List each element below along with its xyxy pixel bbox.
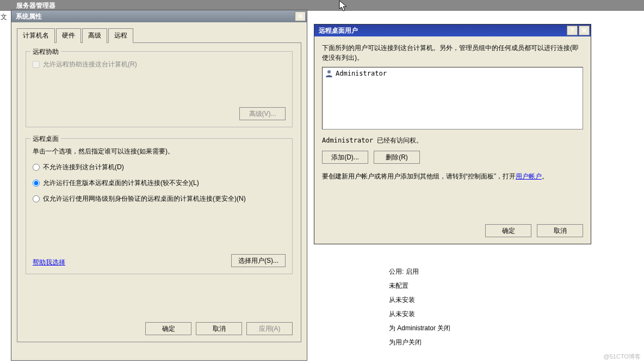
remote-desktop-group: 远程桌面 单击一个选项，然后指定谁可以连接(如果需要)。 不允许连接到这台计算机… xyxy=(26,138,293,274)
select-users-button[interactable]: 选择用户(S)... xyxy=(231,254,286,267)
sysprops-titlebar[interactable]: 系统属性 ✕ xyxy=(11,10,307,22)
remote-assist-legend: 远程协助 xyxy=(30,47,61,57)
rd-radio-nla-label: 仅允许运行使用网络级别身份验证的远程桌面的计算机连接(更安全)(N) xyxy=(43,194,246,203)
status-line: 为 Administrator 关闭 xyxy=(389,321,450,335)
rdusers-ok-row: 确定 取消 xyxy=(485,224,583,237)
user-icon xyxy=(325,69,333,78)
allow-remote-assist-checkbox: 允许远程协助连接这台计算机(R) xyxy=(33,60,286,69)
system-properties-window: 系统属性 ✕ 计算机名 硬件 高级 远程 远程协助 允许远程协助连接这台计算机(… xyxy=(11,10,307,361)
remote-assist-group: 远程协助 允许远程协助连接这台计算机(R) 高级(V)... xyxy=(26,51,293,127)
status-line: 公用: 启用 xyxy=(389,264,450,279)
rdusers-title: 远程桌面用户 xyxy=(319,26,567,35)
ok-button[interactable]: 确定 xyxy=(145,322,191,335)
rd-radio-deny[interactable] xyxy=(33,164,40,171)
background-status: 公用: 启用 未配置 从未安装 从未安装 为 Administrator 关闭 … xyxy=(389,264,450,349)
watermark: @51CTO博客 xyxy=(604,353,641,361)
rd-option-deny[interactable]: 不允许连接到这台计算机(D) xyxy=(33,163,286,172)
list-item[interactable]: Administrator xyxy=(324,69,581,78)
rdusers-titlebar[interactable]: 远程桌面用户 ? ✕ xyxy=(314,24,591,36)
status-line: 未配置 xyxy=(389,279,450,293)
tab-remote[interactable]: 远程 xyxy=(108,28,133,43)
rdusers-create-msg: 要创建新用户帐户或将用户添加到其他组，请转到“控制面板”，打开用户帐户。 xyxy=(322,171,583,181)
tab-advanced[interactable]: 高级 xyxy=(82,28,107,43)
remote-assist-check-label: 允许远程协助连接这台计算机(R) xyxy=(43,60,137,69)
left-char: 文 xyxy=(1,13,7,22)
remote-desktop-legend: 远程桌面 xyxy=(30,134,61,144)
sysprops-tabs: 计算机名 硬件 高级 远程 xyxy=(17,28,301,43)
status-line: 从未安装 xyxy=(389,307,450,321)
sysprops-title: 系统属性 xyxy=(16,12,295,21)
mouse-cursor-icon xyxy=(339,0,349,12)
status-line: 为用户关闭 xyxy=(389,335,450,349)
add-user-button[interactable]: 添加(D)... xyxy=(322,151,368,164)
svg-point-0 xyxy=(327,70,331,73)
rdusers-listbox[interactable]: Administrator xyxy=(322,67,583,129)
rd-radio-deny-label: 不允许连接到这台计算机(D) xyxy=(43,163,124,172)
rdusers-add-remove-row: 添加(D)... 删除(R) xyxy=(322,151,583,164)
help-me-choose-link[interactable]: 帮助我选择 xyxy=(33,258,65,266)
close-icon[interactable]: ✕ xyxy=(579,26,590,35)
list-item-label: Administrator xyxy=(336,70,387,77)
cancel-button[interactable]: 取消 xyxy=(537,224,583,237)
remote-assist-check-input xyxy=(33,61,40,68)
tab-remote-content: 远程协助 允许远程协助连接这台计算机(R) 高级(V)... 远程桌面 单击一个… xyxy=(17,43,301,342)
sysprops-button-row: 确定 取消 应用(A) xyxy=(145,322,293,335)
rd-radio-nla[interactable] xyxy=(33,195,40,202)
status-line: 从未安装 xyxy=(389,293,450,307)
rd-radio-any-label: 允许运行任意版本远程桌面的计算机连接(较不安全)(L) xyxy=(43,178,199,188)
rd-radio-any[interactable] xyxy=(33,180,40,187)
remote-desktop-users-window: 远程桌面用户 ? ✕ 下面所列的用户可以连接到这台计算机。另外，管理员组中的任何… xyxy=(314,24,591,244)
rdusers-body: 下面所列的用户可以连接到这台计算机。另外，管理员组中的任何成员都可以进行连接(即… xyxy=(314,36,591,188)
tab-hardware[interactable]: 硬件 xyxy=(56,28,81,43)
user-accounts-link[interactable]: 用户帐户 xyxy=(516,172,542,180)
apply-button: 应用(A) xyxy=(246,322,293,335)
create-msg-suffix: 。 xyxy=(542,172,548,180)
tab-computer-name[interactable]: 计算机名 xyxy=(17,28,55,43)
close-icon[interactable]: ✕ xyxy=(295,11,306,21)
background-window-title: 服务器管理器 xyxy=(0,0,644,11)
create-msg-prefix: 要创建新用户帐户或将用户添加到其他组，请转到“控制面板”，打开 xyxy=(322,172,516,180)
remove-user-button[interactable]: 删除(R) xyxy=(374,151,420,164)
rd-option-any[interactable]: 允许运行任意版本远程桌面的计算机连接(较不安全)(L) xyxy=(33,178,286,188)
cancel-button[interactable]: 取消 xyxy=(196,322,242,335)
remote-assist-advanced-button: 高级(V)... xyxy=(239,107,286,120)
rdusers-intro: 下面所列的用户可以连接到这台计算机。另外，管理员组中的任何成员都可以进行连接(即… xyxy=(322,43,583,63)
help-icon[interactable]: ? xyxy=(567,26,578,35)
rd-option-nla[interactable]: 仅允许运行使用网络级别身份验证的远程桌面的计算机连接(更安全)(N) xyxy=(33,194,286,203)
rdusers-access-msg: Administrator 已经有访问权。 xyxy=(322,136,583,145)
remote-desktop-hint: 单击一个选项，然后指定谁可以连接(如果需要)。 xyxy=(33,147,286,156)
ok-button[interactable]: 确定 xyxy=(485,224,531,237)
